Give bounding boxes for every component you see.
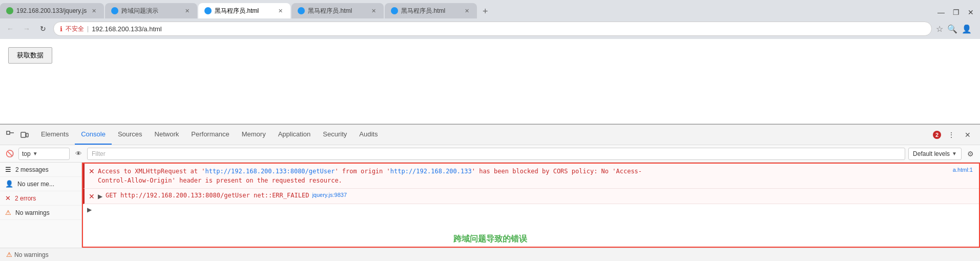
- minimize-button[interactable]: —: [935, 6, 947, 18]
- user-icon: 👤: [5, 180, 13, 188]
- devtools-left-icons: [4, 129, 31, 141]
- filter-input[interactable]: Filter: [87, 148, 905, 160]
- tab-favicon-2: [111, 7, 118, 14]
- tab-close-2[interactable]: ✕: [183, 7, 191, 15]
- errors-icon: ✕: [5, 194, 11, 202]
- tab-sources[interactable]: Sources: [112, 125, 149, 145]
- devtools-tabs: Elements Console Sources Network Perform…: [35, 125, 933, 145]
- console-message-cors: ✕ Access to XMLHttpRequest at 'http://19…: [83, 164, 979, 189]
- tab-heima3[interactable]: 黑马程序员.html ✕: [385, 3, 477, 18]
- tab-favicon-5: [391, 7, 398, 14]
- tab-close-5[interactable]: ✕: [463, 7, 471, 15]
- tab-performance[interactable]: Performance: [185, 125, 235, 145]
- context-arrow: ▼: [33, 151, 38, 156]
- tab-title-1: 192.168.200.133/jquery.js: [16, 7, 87, 14]
- devtools-header: Elements Console Sources Network Perform…: [0, 125, 980, 145]
- get-error-source[interactable]: jquery.js:9837: [312, 192, 347, 198]
- devtools-more-icon[interactable]: ⋮: [945, 129, 957, 141]
- clear-console-icon[interactable]: 🚫: [4, 148, 15, 159]
- tab-favicon-3: [204, 7, 212, 14]
- tab-security[interactable]: Security: [317, 125, 353, 145]
- eye-icon[interactable]: 👁: [73, 148, 84, 159]
- reload-button[interactable]: ↻: [37, 23, 49, 35]
- error-badge[interactable]: 2: [933, 131, 941, 139]
- account-icon[interactable]: 👤: [962, 24, 972, 34]
- tab-memory[interactable]: Memory: [236, 125, 272, 145]
- devtools-panel: Elements Console Sources Network Perform…: [0, 124, 980, 261]
- forward-button[interactable]: →: [20, 23, 33, 35]
- insecure-icon: ℹ: [60, 25, 62, 33]
- console-message-get: ✕ ▶ GET http://192.168.200.133:8080/getU…: [83, 189, 979, 204]
- tab-bar: 192.168.200.133/jquery.js ✕ 跨域问题演示 ✕ 黑马程…: [0, 0, 980, 18]
- error-icon-1: ✕: [89, 167, 95, 175]
- default-levels-select[interactable]: Default levels ▼: [908, 148, 962, 160]
- expand-chevron[interactable]: ▶: [87, 206, 92, 213]
- tab-elements[interactable]: Elements: [35, 125, 75, 145]
- address-bar: ← → ↻ ℹ 不安全 | 192.168.200.133/a.html ☆ 🔍…: [0, 18, 980, 39]
- address-url: 192.168.200.133/a.html: [92, 25, 162, 33]
- status-warnings: ⚠ No warnings: [6, 251, 49, 258]
- cors-error-text: Access to XMLHttpRequest at 'http://192.…: [98, 167, 950, 185]
- sidebar-item-user[interactable]: 👤 No user me...: [0, 177, 81, 191]
- tab-heima2[interactable]: 黑马程序员.html ✕: [291, 3, 384, 18]
- tab-title-2: 跨域问题演示: [121, 7, 180, 15]
- bookmark-icon[interactable]: ☆: [936, 24, 943, 34]
- sidebar-item-messages[interactable]: ☰ 2 messages: [0, 163, 81, 177]
- user-label: No user me...: [17, 180, 54, 188]
- get-data-button[interactable]: 获取数据: [8, 47, 52, 64]
- tab-crossdomain[interactable]: 跨域问题演示 ✕: [105, 3, 197, 18]
- status-warn-icon: ⚠: [6, 251, 12, 258]
- tab-close-1[interactable]: ✕: [90, 7, 98, 15]
- error-count: 2: [933, 131, 941, 139]
- svg-rect-2: [21, 132, 26, 137]
- address-separator: |: [87, 25, 89, 32]
- tab-console[interactable]: Console: [75, 125, 112, 145]
- console-sidebar: ☰ 2 messages 👤 No user me... ✕ 2 errors …: [0, 163, 82, 248]
- address-input[interactable]: ℹ 不安全 | 192.168.200.133/a.html: [53, 22, 932, 36]
- device-toolbar-icon[interactable]: [18, 129, 31, 141]
- default-levels-arrow: ▼: [952, 151, 957, 156]
- maximize-button[interactable]: ❐: [951, 6, 962, 18]
- console-toolbar: 🚫 top ▼ 👁 Filter Default levels ▼ ⚙: [0, 145, 980, 163]
- address-right-icons: ☆ 🔍 👤: [936, 24, 976, 34]
- tab-favicon-1: [6, 7, 13, 14]
- svg-rect-3: [26, 133, 28, 137]
- context-select[interactable]: top ▼: [18, 148, 70, 160]
- get-expand-icon[interactable]: ▶: [98, 193, 102, 200]
- get-error-text: GET http://192.168.200.133:8080/getUser …: [106, 192, 309, 199]
- tab-network[interactable]: Network: [149, 125, 185, 145]
- cors-error-source[interactable]: a.html:1: [953, 167, 973, 173]
- svg-rect-0: [7, 131, 10, 134]
- new-tab-button[interactable]: +: [478, 4, 492, 18]
- page-content: 获取数据: [0, 39, 980, 124]
- tab-close-4[interactable]: ✕: [369, 7, 378, 15]
- console-settings-icon[interactable]: ⚙: [965, 148, 976, 159]
- tab-heima1[interactable]: 黑马程序员.html ✕: [198, 3, 290, 18]
- tab-title-5: 黑马程序员.html: [401, 7, 460, 15]
- errors-label: 2 errors: [15, 195, 36, 202]
- get-link[interactable]: http://192.168.200.133:8080/getUser: [120, 192, 250, 199]
- devtools-right: 2 ⋮ ✕: [933, 129, 976, 141]
- devtools-close-icon[interactable]: ✕: [962, 129, 974, 141]
- close-window-button[interactable]: ✕: [966, 6, 976, 18]
- inspect-element-icon[interactable]: [4, 129, 16, 141]
- sidebar-item-warnings[interactable]: ⚠ No warnings: [0, 206, 81, 220]
- cors-link-2[interactable]: http://192.168.200.133: [390, 168, 472, 175]
- back-button[interactable]: ←: [4, 23, 16, 35]
- console-message-expand: ▶: [83, 204, 979, 215]
- tab-audits[interactable]: Audits: [353, 125, 384, 145]
- tab-title-3: 黑马程序员.html: [215, 7, 273, 15]
- zoom-icon[interactable]: 🔍: [947, 24, 957, 34]
- messages-label: 2 messages: [15, 166, 49, 173]
- cors-link-1[interactable]: http://192.168.200.133:8080/getUser: [205, 168, 335, 175]
- sidebar-item-errors[interactable]: ✕ 2 errors: [0, 191, 81, 206]
- tab-jquery[interactable]: 192.168.200.133/jquery.js ✕: [0, 3, 104, 18]
- tab-title-4: 黑马程序员.html: [308, 7, 366, 15]
- tab-application[interactable]: Application: [272, 125, 317, 145]
- insecure-label: 不安全: [66, 25, 84, 33]
- tab-close-3[interactable]: ✕: [276, 7, 284, 15]
- filter-placeholder: Filter: [92, 150, 106, 157]
- browser-chrome: 192.168.200.133/jquery.js ✕ 跨域问题演示 ✕ 黑马程…: [0, 0, 980, 261]
- warnings-label: No warnings: [15, 209, 50, 216]
- error-icon-2: ✕: [89, 192, 95, 200]
